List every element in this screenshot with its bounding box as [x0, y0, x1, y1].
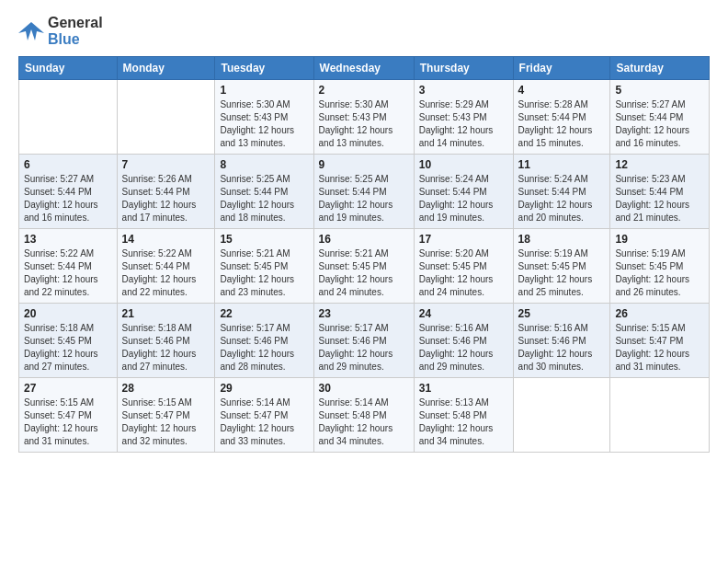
daylight-minutes: and 28 minutes. [220, 362, 285, 372]
day-info: Sunrise: 5:24 AM Sunset: 5:44 PM Dayligh… [518, 173, 606, 224]
daylight-label: Daylight: 12 hours [319, 423, 393, 433]
daylight-label: Daylight: 12 hours [419, 200, 494, 210]
daylight-label: Daylight: 12 hours [220, 125, 294, 135]
weekday-header-thursday: Thursday [414, 57, 513, 80]
day-number: 5 [615, 84, 704, 97]
sunrise-label: Sunrise: 5:15 AM [24, 397, 94, 408]
header: General Blue [18, 15, 710, 47]
sunrise-label: Sunrise: 5:14 AM [220, 397, 290, 408]
day-info: Sunrise: 5:15 AM Sunset: 5:47 PM Dayligh… [24, 396, 112, 448]
sunrise-label: Sunrise: 5:28 AM [518, 99, 588, 109]
day-number: 20 [24, 307, 112, 320]
daylight-label: Daylight: 12 hours [122, 423, 197, 433]
daylight-label: Daylight: 12 hours [24, 274, 98, 284]
sunset-label: Sunset: 5:44 PM [24, 261, 92, 271]
sunset-label: Sunset: 5:44 PM [122, 187, 190, 197]
sunset-label: Sunset: 5:47 PM [220, 410, 288, 420]
calendar-week-row: 1 Sunrise: 5:30 AM Sunset: 5:43 PM Dayli… [19, 80, 710, 155]
day-number: 31 [419, 382, 508, 395]
sunset-label: Sunset: 5:45 PM [419, 261, 487, 271]
day-info: Sunrise: 5:15 AM Sunset: 5:47 PM Dayligh… [122, 396, 210, 448]
sunrise-label: Sunrise: 5:17 AM [319, 323, 389, 333]
sunset-label: Sunset: 5:44 PM [518, 187, 586, 197]
sunrise-label: Sunrise: 5:22 AM [24, 248, 94, 259]
calendar-cell: 23 Sunrise: 5:17 AM Sunset: 5:46 PM Dayl… [313, 304, 414, 378]
day-number: 30 [319, 382, 409, 395]
daylight-label: Daylight: 12 hours [518, 349, 593, 359]
day-info: Sunrise: 5:21 AM Sunset: 5:45 PM Dayligh… [220, 247, 308, 299]
day-number: 4 [518, 84, 606, 97]
day-info: Sunrise: 5:24 AM Sunset: 5:44 PM Dayligh… [419, 173, 508, 224]
daylight-label: Daylight: 12 hours [24, 349, 98, 359]
sunset-label: Sunset: 5:44 PM [24, 187, 92, 197]
sunrise-label: Sunrise: 5:23 AM [615, 174, 685, 184]
daylight-label: Daylight: 12 hours [122, 349, 197, 359]
day-number: 14 [122, 233, 210, 246]
weekday-header-wednesday: Wednesday [313, 57, 414, 80]
weekday-header-monday: Monday [117, 57, 215, 80]
calendar-cell: 7 Sunrise: 5:26 AM Sunset: 5:44 PM Dayli… [117, 155, 215, 229]
sunrise-label: Sunrise: 5:15 AM [615, 323, 685, 333]
daylight-label: Daylight: 12 hours [24, 423, 98, 433]
calendar-cell: 16 Sunrise: 5:21 AM Sunset: 5:45 PM Dayl… [313, 229, 414, 304]
sunset-label: Sunset: 5:44 PM [319, 187, 387, 197]
day-number: 3 [419, 84, 508, 97]
sunrise-label: Sunrise: 5:13 AM [419, 397, 489, 408]
daylight-minutes: and 20 minutes. [518, 213, 584, 223]
calendar-cell: 28 Sunrise: 5:15 AM Sunset: 5:47 PM Dayl… [117, 378, 215, 453]
day-number: 29 [220, 382, 308, 395]
day-number: 28 [122, 382, 210, 395]
day-number: 18 [518, 233, 606, 246]
sunrise-label: Sunrise: 5:18 AM [24, 323, 94, 333]
sunrise-label: Sunrise: 5:19 AM [518, 248, 588, 259]
weekday-header-tuesday: Tuesday [215, 57, 313, 80]
sunset-label: Sunset: 5:46 PM [419, 336, 487, 346]
calendar-cell: 22 Sunrise: 5:17 AM Sunset: 5:46 PM Dayl… [215, 304, 313, 378]
calendar-table: SundayMondayTuesdayWednesdayThursdayFrid… [18, 56, 710, 453]
sunrise-label: Sunrise: 5:17 AM [220, 323, 290, 333]
daylight-label: Daylight: 12 hours [220, 200, 294, 210]
daylight-label: Daylight: 12 hours [220, 423, 294, 433]
daylight-minutes: and 33 minutes. [220, 436, 285, 446]
daylight-minutes: and 15 minutes. [518, 138, 584, 148]
sunrise-label: Sunrise: 5:22 AM [122, 248, 192, 259]
logo-text: General Blue [48, 15, 103, 47]
day-info: Sunrise: 5:29 AM Sunset: 5:43 PM Dayligh… [419, 98, 508, 150]
sunset-label: Sunset: 5:46 PM [518, 336, 586, 346]
calendar-cell: 17 Sunrise: 5:20 AM Sunset: 5:45 PM Dayl… [414, 229, 513, 304]
calendar-cell: 8 Sunrise: 5:25 AM Sunset: 5:44 PM Dayli… [215, 155, 313, 229]
day-info: Sunrise: 5:16 AM Sunset: 5:46 PM Dayligh… [419, 322, 508, 373]
day-number: 9 [319, 158, 409, 171]
sunrise-label: Sunrise: 5:27 AM [615, 99, 685, 109]
day-info: Sunrise: 5:14 AM Sunset: 5:47 PM Dayligh… [220, 396, 308, 448]
calendar-cell: 9 Sunrise: 5:25 AM Sunset: 5:44 PM Dayli… [313, 155, 414, 229]
sunset-label: Sunset: 5:44 PM [220, 187, 288, 197]
day-info: Sunrise: 5:18 AM Sunset: 5:45 PM Dayligh… [24, 322, 112, 373]
daylight-minutes: and 17 minutes. [122, 213, 188, 223]
sunset-label: Sunset: 5:46 PM [319, 336, 387, 346]
day-number: 23 [319, 307, 409, 320]
daylight-minutes: and 21 minutes. [615, 213, 680, 223]
day-info: Sunrise: 5:23 AM Sunset: 5:44 PM Dayligh… [615, 173, 704, 224]
sunset-label: Sunset: 5:43 PM [319, 112, 387, 122]
day-info: Sunrise: 5:26 AM Sunset: 5:44 PM Dayligh… [122, 173, 210, 224]
sunset-label: Sunset: 5:45 PM [24, 336, 92, 346]
daylight-minutes: and 24 minutes. [419, 287, 484, 297]
sunset-label: Sunset: 5:46 PM [122, 336, 190, 346]
calendar-cell: 11 Sunrise: 5:24 AM Sunset: 5:44 PM Dayl… [513, 155, 610, 229]
logo-icon [18, 20, 44, 42]
calendar-cell: 29 Sunrise: 5:14 AM Sunset: 5:47 PM Dayl… [215, 378, 313, 453]
daylight-minutes: and 29 minutes. [319, 362, 384, 372]
sunset-label: Sunset: 5:47 PM [122, 410, 190, 420]
calendar-cell: 24 Sunrise: 5:16 AM Sunset: 5:46 PM Dayl… [414, 304, 513, 378]
daylight-minutes: and 29 minutes. [419, 362, 484, 372]
calendar-cell: 6 Sunrise: 5:27 AM Sunset: 5:44 PM Dayli… [19, 155, 118, 229]
sunset-label: Sunset: 5:44 PM [615, 187, 683, 197]
day-info: Sunrise: 5:17 AM Sunset: 5:46 PM Dayligh… [319, 322, 409, 373]
daylight-label: Daylight: 12 hours [419, 125, 494, 135]
daylight-label: Daylight: 12 hours [615, 274, 689, 284]
sunrise-label: Sunrise: 5:25 AM [220, 174, 290, 184]
calendar-week-row: 6 Sunrise: 5:27 AM Sunset: 5:44 PM Dayli… [19, 155, 710, 229]
weekday-header-sunday: Sunday [19, 57, 118, 80]
daylight-label: Daylight: 12 hours [319, 200, 393, 210]
